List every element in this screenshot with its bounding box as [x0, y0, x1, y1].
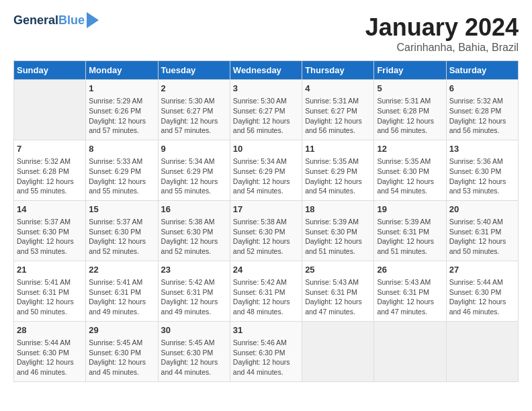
day-number: 2	[161, 83, 227, 95]
day-content: Sunrise: 5:35 AM Sunset: 6:30 PM Dayligh…	[377, 156, 443, 196]
day-number: 26	[377, 264, 443, 276]
day-content: Sunrise: 5:39 AM Sunset: 6:30 PM Dayligh…	[305, 217, 371, 257]
day-cell: 24Sunrise: 5:42 AM Sunset: 6:31 PM Dayli…	[230, 261, 302, 321]
day-number: 12	[377, 143, 443, 155]
day-number: 21	[17, 264, 83, 276]
day-content: Sunrise: 5:43 AM Sunset: 6:31 PM Dayligh…	[305, 277, 371, 317]
day-content: Sunrise: 5:40 AM Sunset: 6:31 PM Dayligh…	[449, 217, 515, 257]
day-number: 15	[89, 203, 154, 216]
week-row-4: 21Sunrise: 5:41 AM Sunset: 6:31 PM Dayli…	[14, 261, 519, 321]
day-cell: 21Sunrise: 5:41 AM Sunset: 6:31 PM Dayli…	[14, 261, 86, 321]
day-cell: 8Sunrise: 5:33 AM Sunset: 6:29 PM Daylig…	[86, 140, 158, 200]
week-row-3: 14Sunrise: 5:37 AM Sunset: 6:30 PM Dayli…	[14, 200, 519, 261]
day-content: Sunrise: 5:43 AM Sunset: 6:31 PM Dayligh…	[377, 277, 443, 317]
day-content: Sunrise: 5:42 AM Sunset: 6:31 PM Dayligh…	[161, 277, 227, 317]
day-number: 24	[233, 264, 299, 276]
day-content: Sunrise: 5:38 AM Sunset: 6:30 PM Dayligh…	[233, 217, 299, 257]
day-content: Sunrise: 5:42 AM Sunset: 6:31 PM Dayligh…	[233, 277, 299, 317]
header-saturday: Saturday	[446, 61, 518, 80]
day-number: 4	[305, 83, 371, 95]
day-number: 22	[89, 264, 154, 276]
day-content: Sunrise: 5:29 AM Sunset: 6:26 PM Dayligh…	[89, 96, 154, 136]
day-number: 1	[89, 83, 154, 95]
day-number: 10	[233, 143, 299, 155]
logo: GeneralBlue	[13, 13, 99, 28]
day-content: Sunrise: 5:34 AM Sunset: 6:29 PM Dayligh…	[161, 156, 227, 196]
month-year-title: January 2024	[365, 13, 519, 42]
location-subtitle: Carinhanha, Bahia, Brazil	[365, 42, 519, 54]
header-thursday: Thursday	[302, 61, 374, 80]
day-number: 5	[377, 83, 443, 95]
day-cell: 9Sunrise: 5:34 AM Sunset: 6:29 PM Daylig…	[158, 140, 230, 200]
day-cell: 30Sunrise: 5:45 AM Sunset: 6:30 PM Dayli…	[158, 321, 230, 381]
day-content: Sunrise: 5:30 AM Sunset: 6:27 PM Dayligh…	[233, 96, 299, 136]
day-number: 6	[449, 83, 515, 95]
title-block: January 2024 Carinhanha, Bahia, Brazil	[365, 13, 519, 54]
day-cell: 29Sunrise: 5:45 AM Sunset: 6:30 PM Dayli…	[86, 321, 158, 381]
day-content: Sunrise: 5:41 AM Sunset: 6:31 PM Dayligh…	[17, 277, 83, 317]
day-cell: 18Sunrise: 5:39 AM Sunset: 6:30 PM Dayli…	[302, 200, 374, 261]
week-row-1: 1Sunrise: 5:29 AM Sunset: 6:26 PM Daylig…	[14, 80, 519, 140]
day-cell	[446, 321, 518, 381]
day-cell: 19Sunrise: 5:39 AM Sunset: 6:31 PM Dayli…	[374, 200, 446, 261]
day-cell: 20Sunrise: 5:40 AM Sunset: 6:31 PM Dayli…	[446, 200, 518, 261]
week-row-2: 7Sunrise: 5:32 AM Sunset: 6:28 PM Daylig…	[14, 140, 519, 200]
day-number: 7	[17, 143, 83, 155]
day-content: Sunrise: 5:30 AM Sunset: 6:27 PM Dayligh…	[161, 96, 227, 136]
day-cell: 4Sunrise: 5:31 AM Sunset: 6:27 PM Daylig…	[302, 80, 374, 140]
day-cell: 12Sunrise: 5:35 AM Sunset: 6:30 PM Dayli…	[374, 140, 446, 200]
day-content: Sunrise: 5:32 AM Sunset: 6:28 PM Dayligh…	[449, 96, 515, 136]
logo-arrow-icon	[87, 12, 99, 28]
day-content: Sunrise: 5:37 AM Sunset: 6:30 PM Dayligh…	[17, 217, 83, 257]
day-number: 27	[449, 264, 515, 276]
day-content: Sunrise: 5:34 AM Sunset: 6:29 PM Dayligh…	[233, 156, 299, 196]
day-number: 3	[233, 83, 299, 95]
day-number: 11	[305, 143, 371, 155]
logo-text: GeneralBlue	[13, 14, 85, 28]
day-number: 18	[305, 203, 371, 216]
day-number: 9	[161, 143, 227, 155]
header-tuesday: Tuesday	[158, 61, 230, 80]
day-content: Sunrise: 5:44 AM Sunset: 6:30 PM Dayligh…	[449, 277, 515, 317]
day-content: Sunrise: 5:45 AM Sunset: 6:30 PM Dayligh…	[161, 338, 227, 377]
day-cell: 25Sunrise: 5:43 AM Sunset: 6:31 PM Dayli…	[302, 261, 374, 321]
day-content: Sunrise: 5:32 AM Sunset: 6:28 PM Dayligh…	[17, 156, 83, 196]
day-cell	[374, 321, 446, 381]
day-number: 13	[449, 143, 515, 155]
day-cell: 23Sunrise: 5:42 AM Sunset: 6:31 PM Dayli…	[158, 261, 230, 321]
calendar-table: SundayMondayTuesdayWednesdayThursdayFrid…	[13, 60, 519, 382]
day-cell: 31Sunrise: 5:46 AM Sunset: 6:30 PM Dayli…	[230, 321, 302, 381]
day-number: 31	[233, 324, 299, 336]
day-content: Sunrise: 5:41 AM Sunset: 6:31 PM Dayligh…	[89, 277, 154, 317]
day-cell: 16Sunrise: 5:38 AM Sunset: 6:30 PM Dayli…	[158, 200, 230, 261]
day-content: Sunrise: 5:39 AM Sunset: 6:31 PM Dayligh…	[377, 217, 443, 257]
week-row-5: 28Sunrise: 5:44 AM Sunset: 6:30 PM Dayli…	[14, 321, 519, 381]
day-cell	[302, 321, 374, 381]
day-number: 23	[161, 264, 227, 276]
day-content: Sunrise: 5:38 AM Sunset: 6:30 PM Dayligh…	[161, 217, 227, 257]
day-content: Sunrise: 5:45 AM Sunset: 6:30 PM Dayligh…	[89, 338, 154, 377]
day-cell: 14Sunrise: 5:37 AM Sunset: 6:30 PM Dayli…	[14, 200, 86, 261]
header-monday: Monday	[86, 61, 158, 80]
day-number: 20	[449, 203, 515, 216]
day-cell: 27Sunrise: 5:44 AM Sunset: 6:30 PM Dayli…	[446, 261, 518, 321]
day-number: 19	[377, 203, 443, 216]
day-cell: 17Sunrise: 5:38 AM Sunset: 6:30 PM Dayli…	[230, 200, 302, 261]
day-cell: 7Sunrise: 5:32 AM Sunset: 6:28 PM Daylig…	[14, 140, 86, 200]
day-content: Sunrise: 5:33 AM Sunset: 6:29 PM Dayligh…	[89, 156, 154, 196]
day-number: 16	[161, 203, 227, 216]
page-header: GeneralBlue January 2024 Carinhanha, Bah…	[13, 13, 519, 54]
day-content: Sunrise: 5:31 AM Sunset: 6:27 PM Dayligh…	[305, 96, 371, 136]
day-cell: 1Sunrise: 5:29 AM Sunset: 6:26 PM Daylig…	[86, 80, 158, 140]
day-cell: 5Sunrise: 5:31 AM Sunset: 6:28 PM Daylig…	[374, 80, 446, 140]
day-number: 8	[89, 143, 154, 155]
day-content: Sunrise: 5:35 AM Sunset: 6:29 PM Dayligh…	[305, 156, 371, 196]
day-number: 14	[17, 203, 83, 216]
day-cell: 6Sunrise: 5:32 AM Sunset: 6:28 PM Daylig…	[446, 80, 518, 140]
header-sunday: Sunday	[14, 61, 86, 80]
day-number: 29	[89, 324, 154, 336]
day-cell: 2Sunrise: 5:30 AM Sunset: 6:27 PM Daylig…	[158, 80, 230, 140]
day-cell: 3Sunrise: 5:30 AM Sunset: 6:27 PM Daylig…	[230, 80, 302, 140]
day-content: Sunrise: 5:37 AM Sunset: 6:30 PM Dayligh…	[89, 217, 154, 257]
day-number: 30	[161, 324, 227, 336]
